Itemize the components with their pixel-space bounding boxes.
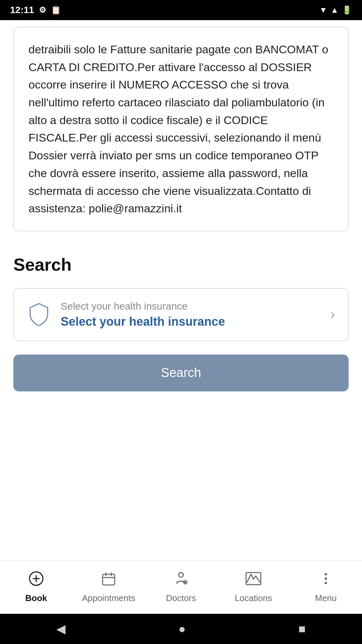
time-display: 12:11: [10, 5, 34, 15]
search-title: Search: [13, 255, 349, 275]
nav-item-doctors[interactable]: Doctors: [145, 571, 217, 603]
nav-label-doctors: Doctors: [166, 593, 196, 603]
back-button[interactable]: ◀: [56, 622, 66, 636]
status-left: 12:11 ⚙ 📋: [10, 5, 61, 15]
bottom-nav: Book Appointments Doctors: [0, 560, 362, 614]
insurance-text-wrap: Select your health insurance Select your…: [61, 301, 320, 329]
svg-point-7: [179, 573, 183, 577]
chevron-right-icon: ›: [330, 307, 335, 322]
info-card-text: detraibili solo le Fatture sanitarie pag…: [28, 41, 334, 217]
nav-item-locations[interactable]: Locations: [217, 571, 290, 603]
locations-icon: [245, 571, 262, 590]
wifi-icon: ▼: [319, 5, 327, 15]
svg-point-15: [325, 582, 327, 584]
search-section: Search Select your health insurance Sele…: [13, 255, 349, 391]
menu-icon: [318, 571, 334, 590]
nav-item-appointments[interactable]: Appointments: [72, 571, 145, 603]
svg-rect-3: [103, 574, 115, 585]
recent-button[interactable]: ■: [298, 622, 306, 636]
android-nav: ◀ ● ■: [0, 614, 362, 644]
doctors-icon: [173, 571, 189, 590]
battery-icon: 🔋: [342, 5, 352, 15]
nav-item-menu[interactable]: Menu: [290, 571, 362, 603]
insurance-label: Select your health insurance: [61, 301, 320, 312]
svg-point-14: [325, 578, 327, 580]
book-icon: [28, 571, 44, 590]
nav-label-menu: Menu: [315, 593, 337, 603]
appointments-icon: [101, 571, 116, 590]
nav-item-book[interactable]: Book: [0, 571, 72, 603]
search-button[interactable]: Search: [13, 355, 349, 391]
shield-icon: [27, 303, 51, 326]
nav-label-locations: Locations: [235, 593, 272, 603]
status-right: ▼ ▲ 🔋: [319, 5, 352, 15]
status-bar: 12:11 ⚙ 📋 ▼ ▲ 🔋: [0, 0, 362, 20]
svg-point-13: [325, 573, 327, 576]
signal-icon: ▲: [330, 5, 339, 15]
main-content: detraibili solo le Fatture sanitarie pag…: [0, 20, 362, 560]
insurance-value: Select your health insurance: [61, 315, 320, 329]
nav-label-book: Book: [25, 593, 47, 603]
gear-icon: ⚙: [39, 5, 46, 15]
info-card: detraibili solo le Fatture sanitarie pag…: [13, 27, 349, 231]
clipboard-icon: 📋: [51, 5, 61, 15]
insurance-selector[interactable]: Select your health insurance Select your…: [13, 288, 349, 341]
home-button[interactable]: ●: [178, 622, 186, 636]
nav-label-appointments: Appointments: [82, 593, 135, 603]
